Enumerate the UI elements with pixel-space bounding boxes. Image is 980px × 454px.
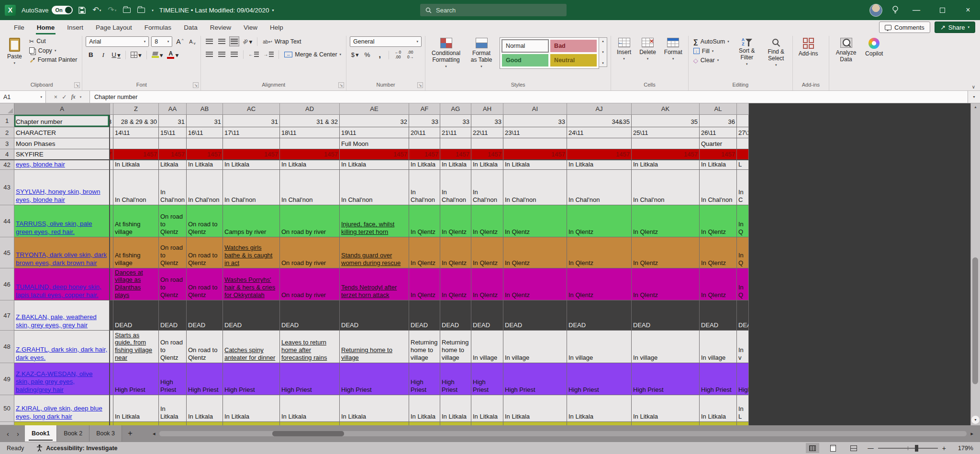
- cell-ai[interactable]: [503, 422, 567, 425]
- cell-a49[interactable]: Z.KAZ-CA-WESDAN, olive skin, pale grey e…: [14, 363, 110, 395]
- cell-ag47[interactable]: DEAD: [440, 300, 471, 331]
- cancel-entry-button[interactable]: ×: [54, 94, 57, 100]
- decrease-decimal-button[interactable]: .00 0→: [405, 50, 415, 60]
- cell-af43[interactable]: In Chal'non: [409, 170, 440, 205]
- cell-aj4[interactable]: 1457: [567, 149, 632, 160]
- column-header-ag[interactable]: AG: [440, 103, 471, 115]
- cell-ac46[interactable]: Washes Porryhs' hair & hers & cries for …: [223, 268, 280, 300]
- cell-style-good[interactable]: Good: [502, 54, 548, 66]
- gallery-more-icon[interactable]: ▾: [602, 61, 604, 65]
- redo-button[interactable]: ↷▾: [108, 6, 116, 14]
- cell-z44[interactable]: At fishing village: [113, 205, 159, 237]
- bold-button[interactable]: B: [86, 50, 96, 60]
- close-button[interactable]: ×: [960, 0, 976, 20]
- cell-ai4[interactable]: 1457: [503, 149, 567, 160]
- cell-a3[interactable]: Moon Phases: [14, 138, 110, 149]
- cell-aj1[interactable]: 34&35: [567, 115, 632, 127]
- cell-aa4[interactable]: 1457: [159, 149, 187, 160]
- tab-view[interactable]: View: [237, 20, 264, 34]
- cell-ak43[interactable]: In Chal'non: [632, 170, 700, 205]
- sheet-tab-book-2[interactable]: Book 2: [57, 425, 89, 442]
- next-sheet-button[interactable]: ›: [17, 430, 19, 438]
- cell-y48[interactable]: [110, 331, 113, 363]
- cell-a46[interactable]: TUMALIND, deep honey skin, lapis lazuli …: [14, 268, 110, 300]
- cell-z48[interactable]: Starts as guide, from fishing village ne…: [113, 331, 159, 363]
- cell-ae45[interactable]: Stands guard over women during rescue: [340, 237, 409, 268]
- cell-ad2[interactable]: 18\11: [280, 127, 340, 138]
- cell-aa49[interactable]: High Priest: [159, 363, 187, 395]
- font-size-select[interactable]: 8▾: [151, 36, 172, 47]
- cell-ai2[interactable]: 23\11: [503, 127, 567, 138]
- tab-review[interactable]: Review: [204, 20, 237, 34]
- column-header-aj[interactable]: AJ: [567, 103, 632, 115]
- formula-input[interactable]: Chapter number: [90, 91, 968, 103]
- cell-y3[interactable]: [110, 138, 113, 149]
- row-header-47[interactable]: 47: [0, 300, 14, 331]
- cell-ak49[interactable]: High Priest: [632, 363, 700, 395]
- row-header-4[interactable]: 4: [0, 149, 14, 160]
- cell-a43[interactable]: SYYLVAH, honey skin, brown eyes, blonde …: [14, 170, 110, 205]
- cell-ac2[interactable]: 17\11: [223, 127, 280, 138]
- column-header-ai[interactable]: AI: [503, 103, 567, 115]
- user-avatar[interactable]: [869, 4, 882, 17]
- dialog-launcher-icon[interactable]: ↘: [417, 82, 423, 88]
- cell-ab42[interactable]: In Litkala: [187, 160, 223, 170]
- column-header-af[interactable]: AF: [409, 103, 440, 115]
- select-all-corner[interactable]: [0, 103, 14, 115]
- dialog-launcher-icon[interactable]: ↘: [74, 82, 80, 88]
- cell-ad3[interactable]: [280, 138, 340, 149]
- wrap-text-button[interactable]: Wrap Text: [261, 37, 302, 46]
- row-header-45[interactable]: 45: [0, 237, 14, 268]
- cell-ad49[interactable]: High Priest: [280, 363, 340, 395]
- row-header-partial[interactable]: [0, 422, 14, 425]
- gallery-up-icon[interactable]: ▴: [602, 39, 604, 43]
- cell-y46[interactable]: [110, 268, 113, 300]
- percent-style-button[interactable]: %: [362, 50, 372, 60]
- share-button[interactable]: ↗Share▾: [935, 22, 975, 33]
- tab-page-layout[interactable]: Page Layout: [89, 20, 138, 34]
- cell-ab4[interactable]: 1457: [187, 149, 223, 160]
- cell-ak2[interactable]: 25\11: [632, 127, 700, 138]
- cell-z1[interactable]: 28 & 29 & 30: [113, 115, 159, 127]
- cell-ad4[interactable]: 1457: [280, 149, 340, 160]
- align-middle-button[interactable]: [217, 36, 227, 46]
- cell-z3[interactable]: [113, 138, 159, 149]
- copilot-button[interactable]: Copilot: [863, 36, 885, 58]
- zoom-level[interactable]: 179%: [953, 445, 973, 452]
- tab-help[interactable]: Help: [264, 20, 290, 34]
- cell-al47[interactable]: DEAD: [700, 300, 737, 331]
- maximize-button[interactable]: [934, 0, 950, 20]
- italic-button[interactable]: I: [98, 50, 108, 60]
- cell-ah46[interactable]: In Qlentz: [471, 268, 503, 300]
- cell-ab47[interactable]: DEAD: [187, 300, 223, 331]
- cell-am3[interactable]: [737, 138, 749, 149]
- cell-ak4[interactable]: 1457: [632, 149, 700, 160]
- cell-ae2[interactable]: 19\11: [340, 127, 409, 138]
- cell-ak1[interactable]: 35: [632, 115, 700, 127]
- cell-ac48[interactable]: Catches spiny anteater for dinner: [223, 331, 280, 363]
- cell-aj50[interactable]: In Litkala: [567, 395, 632, 422]
- cell-am4[interactable]: [737, 149, 749, 160]
- cell-ag43[interactable]: In Chal'non: [440, 170, 471, 205]
- cell-aa1[interactable]: 31: [159, 115, 187, 127]
- horizontal-scroll-thumb[interactable]: [272, 431, 344, 436]
- cell-ag2[interactable]: 21\11: [440, 127, 471, 138]
- font-color-button[interactable]: A▾: [166, 50, 179, 60]
- cell-ab2[interactable]: 16\11: [187, 127, 223, 138]
- cell-a4[interactable]: SKYFIRE: [14, 149, 110, 160]
- cell-al46[interactable]: In Qlentz: [700, 268, 737, 300]
- cell-ai44[interactable]: In Qlentz: [503, 205, 567, 237]
- cell-al3[interactable]: Last Quarter: [700, 138, 737, 149]
- cell-ag46[interactable]: In Qlentz: [440, 268, 471, 300]
- increase-decimal-button[interactable]: ←0 .00: [393, 50, 403, 60]
- cell-ai47[interactable]: DEAD: [503, 300, 567, 331]
- cell-aa44[interactable]: On road to Qlentz: [159, 205, 187, 237]
- cell-ac1[interactable]: 31: [223, 115, 280, 127]
- cell-a45[interactable]: TRYONTA, dark olive skin, dark brown eye…: [14, 237, 110, 268]
- cell-am49[interactable]: High: [737, 363, 749, 395]
- cell-af48[interactable]: Returning home to village: [409, 331, 440, 363]
- scroll-down-icon[interactable]: ▾: [971, 416, 980, 424]
- column-header-ah[interactable]: AH: [471, 103, 503, 115]
- accessibility-status[interactable]: Accessibility: Investigate: [36, 444, 117, 452]
- gallery-down-icon[interactable]: ▾: [602, 50, 604, 54]
